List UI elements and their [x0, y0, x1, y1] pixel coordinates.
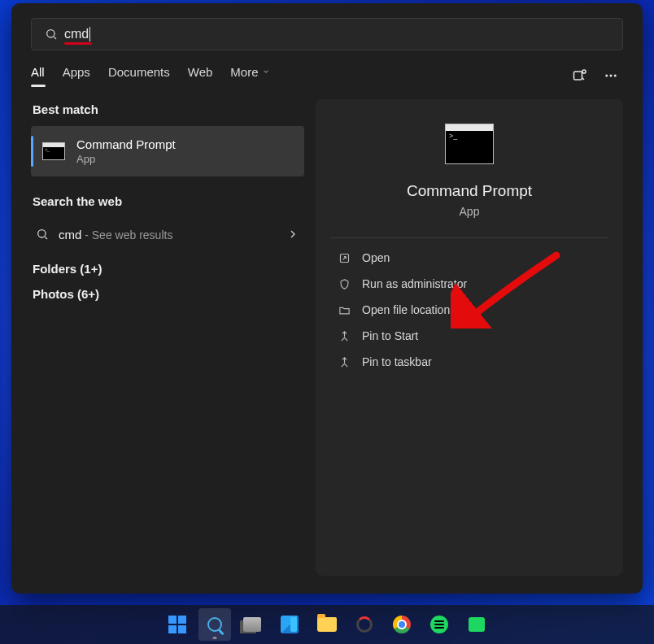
- command-prompt-icon: [42, 142, 65, 160]
- action-open-file-location[interactable]: Open file location: [330, 297, 608, 323]
- tab-apps[interactable]: Apps: [63, 65, 90, 87]
- folders-category[interactable]: Folders (1+): [33, 262, 304, 276]
- preview-subtitle: App: [460, 205, 480, 218]
- divider: [330, 237, 608, 238]
- highlight-underline: [64, 42, 92, 45]
- shield-icon: [338, 278, 351, 290]
- web-term: cmd - See web results: [59, 228, 172, 242]
- svg-point-3: [582, 70, 586, 73]
- chrome[interactable]: [386, 608, 418, 641]
- best-match-label: Best match: [33, 102, 304, 116]
- tab-documents[interactable]: Documents: [108, 65, 170, 87]
- best-match-result[interactable]: Command Prompt App: [31, 126, 304, 176]
- svg-point-7: [38, 230, 46, 237]
- window-snapshot-icon[interactable]: [568, 63, 592, 88]
- start-button[interactable]: [161, 608, 194, 641]
- action-pin-to-start[interactable]: Pin to Start: [330, 323, 608, 349]
- action-open[interactable]: Open: [330, 245, 608, 271]
- filter-tabs: All Apps Documents Web More: [11, 50, 643, 88]
- pin-icon: [338, 356, 351, 368]
- chevron-down-icon: [262, 67, 270, 76]
- svg-point-5: [610, 75, 613, 77]
- search-bar-container: cmd: [11, 3, 643, 50]
- preview-title: Command Prompt: [407, 182, 532, 200]
- action-pin-to-taskbar[interactable]: Pin to taskbar: [330, 349, 608, 375]
- spotify[interactable]: [423, 608, 456, 641]
- taskbar: [0, 605, 654, 644]
- svg-point-6: [614, 75, 617, 77]
- tab-more[interactable]: More: [230, 65, 269, 87]
- start-search-panel: cmd All Apps Documents Web More Best mat…: [11, 3, 643, 594]
- chevron-right-icon: [286, 228, 299, 241]
- search-icon: [36, 228, 49, 241]
- svg-line-1: [54, 37, 56, 39]
- preview-pane: Command Prompt App Open Run as administr…: [316, 99, 623, 576]
- results-list: Best match Command Prompt App Search the…: [31, 99, 304, 576]
- web-result-row[interactable]: cmd - See web results: [31, 218, 304, 250]
- more-options-icon[interactable]: [599, 63, 623, 88]
- chat-app[interactable]: [460, 608, 493, 641]
- pin-icon: [338, 330, 351, 342]
- best-match-title: Command Prompt: [76, 137, 176, 151]
- action-run-as-admin[interactable]: Run as administrator: [330, 271, 608, 297]
- svg-point-4: [605, 75, 608, 77]
- svg-point-0: [47, 30, 54, 37]
- action-list: Open Run as administrator Open file loca…: [330, 245, 608, 375]
- open-icon: [338, 252, 351, 264]
- folder-icon: [338, 304, 351, 316]
- tab-all[interactable]: All: [31, 65, 45, 87]
- search-icon: [45, 28, 58, 41]
- widgets[interactable]: [273, 608, 306, 641]
- svg-line-8: [45, 237, 47, 239]
- photos-category[interactable]: Photos (6+): [33, 287, 304, 301]
- search-input[interactable]: cmd: [31, 18, 623, 50]
- tab-web[interactable]: Web: [188, 65, 213, 87]
- taskbar-search[interactable]: [198, 608, 231, 641]
- app-loading-icon[interactable]: [348, 608, 381, 641]
- task-view[interactable]: [236, 608, 268, 641]
- command-prompt-icon: [445, 124, 494, 164]
- best-match-subtitle: App: [76, 153, 176, 165]
- search-web-label: Search the web: [33, 194, 304, 208]
- svg-rect-2: [574, 72, 582, 80]
- search-value: cmd: [64, 27, 90, 42]
- file-explorer[interactable]: [311, 608, 343, 641]
